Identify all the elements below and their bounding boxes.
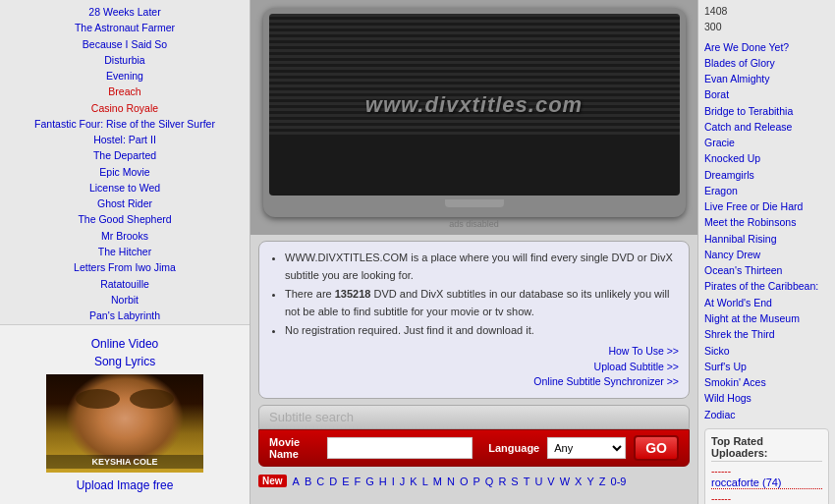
left-movie-link[interactable]: The Good Shepherd — [0, 211, 250, 227]
alphabet-bar: New ABCDEFGHIJKLMNOPQRSTUVWXYZ0-9 — [250, 471, 697, 491]
right-movie-link[interactable]: Dreamgirls — [704, 167, 829, 183]
tv-screen: www.divxtitles.com — [269, 14, 680, 196]
search-form-bar: Movie Name Language AnyEnglishSpanishFre… — [258, 429, 690, 467]
right-movie-link[interactable]: Eragon — [704, 183, 829, 198]
info-box: WWW.DIVXTITLES.COM is a place where you … — [258, 241, 690, 399]
left-movie-link[interactable]: The Hitcher — [0, 244, 250, 259]
right-number: 300 — [704, 20, 829, 35]
uploaders-list: ------roccaforte (74)------d.j.zan (62)-… — [711, 466, 822, 504]
upload-image-link[interactable]: Upload Image free — [10, 478, 240, 492]
alpha-link[interactable]: M — [431, 476, 444, 487]
alpha-link[interactable]: U — [532, 476, 544, 487]
left-movie-link[interactable]: Disturbia — [0, 52, 250, 68]
how-to-use-link[interactable]: How To Use >> — [269, 344, 679, 360]
uploader-dots: ------ — [711, 466, 822, 476]
right-movie-link[interactable]: Night at the Museum — [704, 310, 829, 326]
right-movie-link[interactable]: Ocean's Thirteen — [704, 262, 829, 278]
right-movie-link[interactable]: Surf's Up — [704, 359, 829, 374]
tv-screen-outer: www.divxtitles.com — [263, 8, 686, 217]
right-movie-link[interactable]: Borat — [704, 86, 829, 102]
search-container: Subtitle search Movie Name Language AnyE… — [258, 405, 690, 467]
right-movie-link[interactable]: Blades of Glory — [704, 55, 829, 71]
alpha-link[interactable]: A — [291, 476, 302, 487]
uploader-item: ------roccaforte (74) — [711, 466, 822, 489]
left-sidebar: 28 Weeks LaterThe Astronaut FarmerBecaus… — [0, 0, 250, 504]
right-movie-link[interactable]: Meet the Robinsons — [704, 214, 829, 230]
thumbnail-artist-label: KEYSHIA COLE — [46, 455, 203, 469]
alpha-link[interactable]: T — [522, 476, 532, 487]
left-movie-link[interactable]: Ghost Rider — [0, 196, 250, 211]
top-rated-box: Top Rated Uploaders: ------roccaforte (7… — [704, 428, 829, 504]
alpha-link[interactable]: H — [377, 476, 389, 487]
alpha-link[interactable]: E — [340, 476, 351, 487]
left-movie-link[interactable]: Hostel: Part II — [0, 132, 250, 147]
left-movie-link[interactable]: 28 Weeks Later — [0, 4, 250, 20]
left-movie-link[interactable]: The Astronaut Farmer — [0, 20, 250, 35]
left-movie-link[interactable]: Because I Said So — [0, 36, 250, 52]
left-bottom-panel: Online Video Song Lyrics KEYSHIA COLE Up… — [0, 324, 250, 504]
right-movie-link[interactable]: Are We Done Yet? — [704, 39, 829, 55]
left-movie-link[interactable]: Epic Movie — [0, 164, 250, 180]
right-movie-link[interactable]: Nancy Drew — [704, 247, 829, 262]
alpha-link[interactable]: W — [558, 476, 572, 487]
alpha-link[interactable]: S — [509, 476, 520, 487]
left-movie-link[interactable]: Ratatouille — [0, 276, 250, 292]
go-button[interactable]: GO — [634, 435, 679, 461]
song-lyrics-link[interactable]: Song Lyrics — [10, 355, 240, 368]
left-movie-link[interactable]: Fantastic Four: Rise of the Silver Surfe… — [0, 116, 250, 132]
alpha-link[interactable]: J — [398, 476, 408, 487]
search-placeholder-text: Subtitle search — [269, 410, 354, 424]
alpha-link[interactable]: P — [471, 476, 481, 487]
alpha-link[interactable]: D — [327, 476, 339, 487]
online-video-link[interactable]: Online Video — [10, 337, 240, 351]
movie-name-input[interactable] — [327, 437, 473, 459]
alpha-link[interactable]: K — [408, 476, 418, 487]
subtitle-count: 135218 — [335, 288, 371, 300]
left-movie-link[interactable]: Evening — [0, 68, 250, 84]
upload-subtitle-link[interactable]: Upload Subtitle >> — [269, 360, 679, 375]
alpha-link[interactable]: G — [363, 476, 376, 487]
alpha-link[interactable]: R — [496, 476, 508, 487]
right-movie-link[interactable]: Knocked Up — [704, 150, 829, 166]
language-select[interactable]: AnyEnglishSpanishFrenchGermanItalianPort… — [547, 437, 626, 459]
right-movie-link[interactable]: Sicko — [704, 343, 829, 359]
alpha-link[interactable]: C — [314, 476, 326, 487]
center-area: www.divxtitles.com ads disabled WWW.DIVX… — [250, 0, 697, 504]
alpha-link[interactable]: I — [390, 476, 397, 487]
alpha-link[interactable]: N — [445, 476, 457, 487]
alpha-link[interactable]: X — [573, 476, 584, 487]
right-movie-link[interactable]: Catch and Release — [704, 119, 829, 135]
left-movie-link[interactable]: Letters From Iwo Jima — [0, 259, 250, 275]
right-movie-link[interactable]: Live Free or Die Hard — [704, 198, 829, 214]
left-movie-link[interactable]: License to Wed — [0, 180, 250, 196]
alpha-link[interactable]: Y — [584, 476, 595, 487]
right-movie-link[interactable]: Zodiac — [704, 407, 829, 422]
alpha-link[interactable]: Z — [597, 476, 608, 487]
movie-name-label: Movie Name — [269, 436, 319, 460]
right-movie-link[interactable]: Pirates of the Caribbean: At World's End — [704, 278, 829, 310]
alpha-link[interactable]: 0-9 — [609, 476, 629, 487]
alpha-link[interactable]: Q — [483, 476, 496, 487]
tv-url-text: www.divxtitles.com — [365, 92, 583, 118]
right-movie-link[interactable]: Evan Almighty — [704, 71, 829, 86]
right-movie-link[interactable]: Smokin' Aces — [704, 374, 829, 390]
uploader-link[interactable]: roccaforte (74) — [711, 476, 822, 489]
right-movie-link[interactable]: Hannibal Rising — [704, 231, 829, 247]
right-movie-link[interactable]: Shrek the Third — [704, 326, 829, 342]
alpha-link[interactable]: L — [420, 476, 430, 487]
alpha-link[interactable]: O — [458, 476, 471, 487]
alpha-link[interactable]: B — [303, 476, 313, 487]
alpha-link[interactable]: F — [353, 476, 363, 487]
right-movie-link[interactable]: Wild Hogs — [704, 390, 829, 406]
right-movie-link[interactable]: Gracie — [704, 135, 829, 150]
left-movie-link[interactable]: Breach — [0, 84, 250, 99]
left-movie-link[interactable]: Mr Brooks — [0, 228, 250, 244]
left-movie-link[interactable]: Norbit — [0, 292, 250, 308]
right-movies-list: Are We Done Yet?Blades of GloryEvan Almi… — [704, 39, 829, 422]
sync-link[interactable]: Online Subtitle Synchronizer >> — [269, 374, 679, 390]
left-movie-link[interactable]: Casino Royale — [0, 100, 250, 116]
alpha-link[interactable]: V — [545, 476, 556, 487]
left-movie-link[interactable]: The Departed — [0, 147, 250, 163]
left-movie-link[interactable]: Pan's Labyrinth — [0, 308, 250, 323]
right-movie-link[interactable]: Bridge to Terabithia — [704, 103, 829, 119]
